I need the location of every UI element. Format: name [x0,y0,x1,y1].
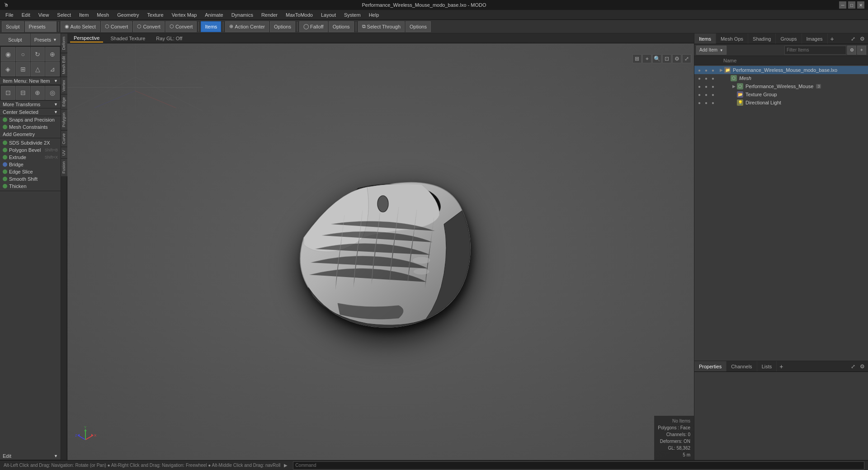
maximize-button[interactable]: □ [848,1,855,9]
tab-mesh-ops[interactable]: Mesh Ops [716,33,748,44]
menu-item-select[interactable]: Select [53,11,75,19]
vp-nav-button[interactable]: ⌖ [642,54,651,63]
vert-tab-uv[interactable]: UV [61,147,67,159]
filter-items-input[interactable] [784,46,846,55]
tree-eye-icon[interactable]: ● [710,75,716,81]
tab-groups[interactable]: Groups [776,33,802,44]
menu-item-view[interactable]: View [35,11,53,19]
tool-btn-3[interactable]: ⊕ [45,47,60,61]
tree-item[interactable]: ●●●▶📁Performance_Wireless_Mouse_modo_bas… [694,66,868,74]
tree-eye-icon[interactable]: ● [703,75,709,81]
menu-item-vertex map[interactable]: Vertex Map [168,11,201,19]
tool-btn-6[interactable]: △ [31,62,45,76]
vp-zoom-button[interactable]: 🔍 [652,54,661,63]
menu-item-maxtomodo[interactable]: MaxToModo [282,11,316,19]
tree-item[interactable]: ●●●▶⬡Performance_Wireless_Mouse3 [694,82,868,90]
tree-eye-icon[interactable]: ● [703,67,709,73]
menu-item-edit[interactable]: Edit [18,11,34,19]
options3-button[interactable]: Options [406,21,431,32]
menu-item-dynamics[interactable]: Dynamics [228,11,257,19]
op-item-smooth-shift[interactable]: Smooth Shift [0,175,61,183]
props-settings-button[interactable]: ⚙ [858,362,866,371]
tree-eye-icon[interactable]: ● [696,75,703,81]
menu-item-render[interactable]: Render [258,11,281,19]
tree-item[interactable]: ●●●💡Directional Light [694,99,868,107]
tree-eye-icon[interactable]: ● [710,99,716,106]
tree-eye-icon[interactable]: ● [696,99,703,106]
tree-eye-icon[interactable]: ● [703,99,709,106]
tool-btn-2[interactable]: ↻ [31,47,45,61]
falloff-button[interactable]: ◯ Falloff [299,21,328,32]
item-menu-dropdown[interactable]: Item Menu: New Item ▼ [0,77,61,85]
tool-btn-4[interactable]: ◈ [1,62,15,76]
presets-button[interactable]: Presets [25,21,57,32]
viewport-area[interactable]: Perspective Shaded Texture Ray GL: Off [67,33,694,460]
sculpt-tab[interactable]: Sculpt [0,33,31,46]
viewport-3d[interactable]: X Z Y No Items Polygons : Face Channels:… [67,43,694,460]
tab-properties[interactable]: Properties [694,361,726,371]
convert1-button[interactable]: ⬡ Convert [101,21,132,32]
tree-eye-icon[interactable]: ● [710,67,716,73]
tab-images[interactable]: Images [802,33,828,44]
tool-btn-2-0[interactable]: ⊡ [1,86,15,100]
tool-btn-7[interactable]: ⊿ [45,62,60,76]
tool-btn-5[interactable]: ⊞ [16,62,30,76]
presets-tab[interactable]: Presets ▼ [31,33,61,46]
options1-button[interactable]: Options [270,21,295,32]
snaps-precision-item[interactable]: Snaps and Precision [0,116,61,123]
tree-item[interactable]: ●●●⬡Mesh [694,74,868,82]
edit-dropdown[interactable]: Edit ▼ [0,452,61,460]
menu-item-animate[interactable]: Animate [201,11,226,19]
vert-tab-polygon[interactable]: Polygon [61,109,67,130]
vp-expand-button[interactable]: ⤢ [682,54,691,63]
tree-item[interactable]: ●●●📂Texture Group [694,90,868,99]
tree-eye-icon[interactable]: ● [710,91,716,98]
mesh-constraints-item[interactable]: Mesh Constraints [0,123,61,131]
vert-tab-curve[interactable]: Curve [61,130,67,147]
filter-add-button[interactable]: + [857,46,866,55]
props-expand-button[interactable]: ⤢ [849,362,857,371]
menu-item-mesh[interactable]: Mesh [93,11,113,19]
items-button[interactable]: Items [201,21,221,32]
tab-items[interactable]: Items [694,33,716,44]
panel-settings-button[interactable]: ⚙ [858,35,866,43]
auto-select-button[interactable]: ◉ Auto Select [61,21,100,32]
add-properties-tab-button[interactable]: + [777,362,786,371]
action-center-button[interactable]: ⊕ Action Center [225,21,269,32]
op-item-edge-slice[interactable]: Edge Slice [0,168,61,175]
tree-eye-icon[interactable]: ● [696,67,703,73]
tool-btn-2-1[interactable]: ⊟ [16,86,30,100]
tree-eye-icon[interactable]: ● [696,91,703,98]
vert-tab-fusion[interactable]: Fusion [61,158,67,176]
tool-btn-1[interactable]: ○ [16,47,30,61]
command-input[interactable] [293,461,864,470]
vp-orient-button[interactable]: ⊞ [632,54,642,63]
op-item-sds-subdivide-2x[interactable]: SDS Subdivide 2X [0,139,61,146]
menu-item-geometry[interactable]: Geometry [113,11,142,19]
panel-expand-button[interactable]: ⤢ [849,35,857,43]
tree-eye-icon[interactable]: ● [703,83,709,89]
op-item-bridge[interactable]: Bridge [0,161,61,168]
tool-btn-2-2[interactable]: ⊕ [31,86,45,100]
minimize-button[interactable]: ─ [839,1,846,9]
tree-eye-icon[interactable]: ● [696,83,703,89]
tab-shading[interactable]: Shading [748,33,776,44]
menu-item-file[interactable]: File [2,11,17,19]
vert-tab-mesh-edit[interactable]: Mesh Edit [61,53,67,77]
menu-item-item[interactable]: Item [75,11,92,19]
viewport-tab-raygl[interactable]: Ray GL: Off [152,35,186,42]
add-panel-tab-button[interactable]: + [828,34,837,43]
tab-lists[interactable]: Lists [757,361,777,371]
vert-tab-edge[interactable]: Edge [61,94,67,109]
add-geometry-dropdown[interactable]: Add Geometry [0,131,61,138]
vp-settings-button[interactable]: ⚙ [672,54,681,63]
vert-tab-deform[interactable]: Deform [61,33,67,53]
tree-eye-icon[interactable]: ● [710,83,716,89]
convert3-button[interactable]: ⬡ Convert [165,21,197,32]
vert-tab-vertex[interactable]: Vertex [61,77,67,94]
more-transforms-dropdown[interactable]: More Transforms ▼ [0,101,61,108]
op-item-extrude[interactable]: ExtrudeShift+X [0,154,61,161]
filter-settings-button[interactable]: ⚙ [847,46,856,55]
vp-fit-button[interactable]: ⊡ [662,54,671,63]
options2-button[interactable]: Options [329,21,354,32]
